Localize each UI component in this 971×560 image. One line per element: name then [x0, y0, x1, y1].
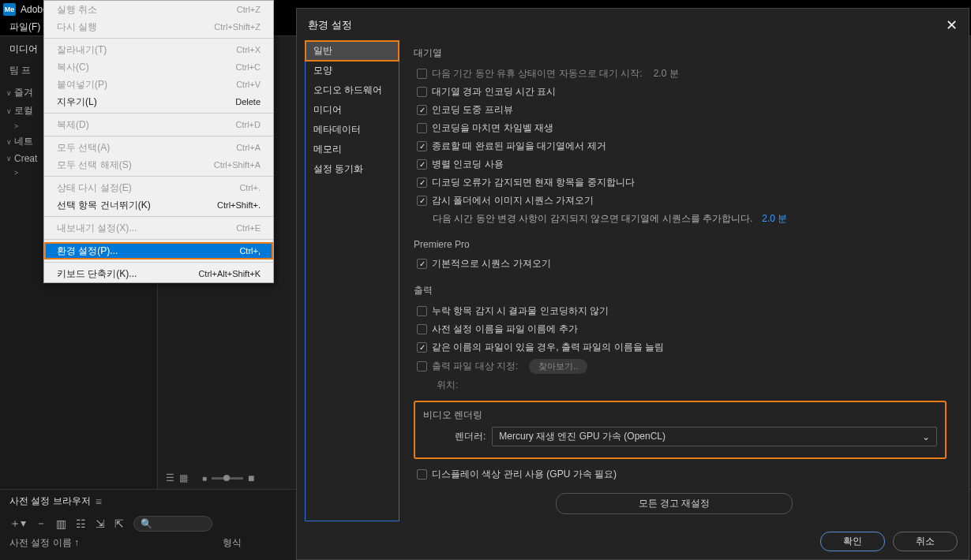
- setting-label: 누락 항목 감지 시 결과물 인코딩하지 않기: [432, 304, 609, 318]
- category-item[interactable]: 모양: [306, 61, 399, 80]
- setting-row: 다음 기간 동안 유휴 상태이면 자동으로 대기 시작:2.0 분: [414, 65, 947, 83]
- menu-item: 복제(D)Ctrl+D: [44, 116, 273, 133]
- menu-item-shortcut: Ctrl+A: [236, 143, 261, 152]
- category-item[interactable]: 미디어: [306, 100, 399, 120]
- checkbox[interactable]: [417, 259, 427, 269]
- search-icon: 🔍: [141, 518, 152, 529]
- menu-item: 상태 다시 설정(E)Ctrl+.: [44, 179, 273, 196]
- renderer-value: Mercury 재생 엔진 GPU 가속 (OpenCL): [499, 430, 665, 443]
- section-video-rendering: 비디오 렌더링 렌더러: Mercury 재생 엔진 GPU 가속 (OpenC…: [414, 401, 947, 459]
- setting-label: 출력 파일 대상 지정:: [432, 360, 518, 373]
- browse-button[interactable]: 찾아보기..: [529, 359, 587, 374]
- display-color-label: 디스플레이 색상 관리 사용 (GPU 가속 필요): [432, 468, 617, 481]
- tree-label: 즐겨: [14, 86, 33, 99]
- category-item[interactable]: 오디오 하드웨어: [306, 80, 399, 100]
- checkbox[interactable]: [417, 69, 427, 79]
- close-icon[interactable]: ✕: [946, 17, 958, 34]
- column-format[interactable]: 형식: [223, 536, 242, 550]
- list-view-icon[interactable]: ☰: [166, 472, 174, 483]
- setting-label: 병렬 인코딩 사용: [432, 158, 504, 171]
- renderer-label: 렌더러:: [455, 430, 486, 443]
- menu-item-label: 복제(D): [57, 118, 89, 132]
- checkbox[interactable]: [417, 123, 427, 133]
- menu-item[interactable]: 지우기(L)Delete: [44, 93, 273, 110]
- remove-preset-icon[interactable]: －: [36, 517, 47, 531]
- menu-item-label: 선택 항목 건너뛰기(K): [57, 199, 151, 212]
- setting-row: 사전 설정 이름을 파일 이름에 추가: [414, 320, 947, 338]
- output-location-label: 위치:: [437, 379, 458, 392]
- renderer-select[interactable]: Mercury 재생 엔진 GPU 가속 (OpenCL) ⌄: [492, 427, 937, 446]
- menu-item-shortcut: Ctrl+X: [236, 45, 261, 54]
- menu-file[interactable]: 파일(F): [3, 19, 47, 35]
- menu-item[interactable]: 키보드 단축키(K)...Ctrl+Alt+Shift+K: [44, 265, 273, 282]
- checkbox[interactable]: [417, 306, 427, 316]
- section-premiere-title: Premiere Pro: [414, 239, 947, 250]
- zoom-in-icon[interactable]: ■: [248, 472, 254, 484]
- tree-label: 네트: [14, 135, 33, 148]
- category-item[interactable]: 일반: [306, 41, 399, 61]
- setting-label: 사전 설정 이름을 파일 이름에 추가: [432, 323, 578, 336]
- tree-label: Creat: [14, 153, 37, 164]
- checkbox-display-color[interactable]: [417, 469, 427, 480]
- setting-row: 인코딩을 마치면 차임벨 재생: [414, 119, 947, 137]
- queue-sub-value[interactable]: 2.0 분: [762, 212, 787, 226]
- menu-item-shortcut: Ctrl+V: [236, 80, 261, 89]
- category-item[interactable]: 설정 동기화: [306, 159, 399, 179]
- category-item[interactable]: 메모리: [306, 140, 399, 159]
- ok-button[interactable]: 확인: [820, 532, 885, 551]
- checkbox[interactable]: [417, 324, 427, 334]
- zoom-out-icon[interactable]: ■: [202, 474, 207, 483]
- preferences-dialog: 환경 설정 ✕ 일반모양오디오 하드웨어미디어메타데이터메모리설정 동기화 대기…: [296, 8, 969, 560]
- cancel-button[interactable]: 취소: [893, 532, 958, 551]
- setting-row: 대기열 경과 인코딩 시간 표시: [414, 83, 947, 101]
- menu-item-label: 실행 취소: [57, 3, 97, 17]
- duplicate-icon[interactable]: ▥: [56, 517, 66, 530]
- section-video-title: 비디오 렌더링: [423, 409, 937, 422]
- menu-item-shortcut: Ctrl+D: [236, 120, 261, 129]
- chevron-down-icon: ⌄: [922, 431, 930, 442]
- menu-item-shortcut: Ctrl+C: [236, 62, 261, 72]
- caret-icon: ∨: [6, 89, 14, 97]
- import-icon[interactable]: ⇲: [96, 517, 105, 530]
- checkbox[interactable]: [417, 87, 427, 97]
- caret-icon: >: [14, 169, 22, 177]
- app-icon: Me: [3, 3, 16, 16]
- caret-icon: ∨: [6, 138, 14, 146]
- export-icon[interactable]: ⇱: [114, 517, 124, 530]
- category-item[interactable]: 메타데이터: [306, 120, 399, 140]
- setting-row: 병렬 인코딩 사용: [414, 155, 947, 174]
- menu-item-label: 키보드 단축키(K)...: [57, 267, 137, 281]
- menu-item: 붙여넣기(P)Ctrl+V: [44, 76, 273, 93]
- reset-warnings-button[interactable]: 모든 경고 재설정: [556, 493, 793, 514]
- preset-search[interactable]: 🔍: [133, 516, 212, 532]
- menu-item-shortcut: Ctrl+E: [236, 223, 261, 233]
- column-preset-name[interactable]: 사전 설정 이름 ↑: [9, 536, 223, 550]
- checkbox[interactable]: [417, 196, 427, 206]
- add-preset-icon[interactable]: ＋▾: [9, 517, 26, 531]
- setting-label: 대기열 경과 인코딩 시간 표시: [432, 85, 556, 99]
- panel-menu-icon[interactable]: [96, 495, 102, 508]
- checkbox[interactable]: [417, 141, 427, 151]
- menu-item-label: 모두 선택 해제(S): [57, 159, 132, 172]
- checkbox[interactable]: [417, 105, 427, 115]
- checkbox[interactable]: [417, 159, 427, 170]
- setting-value[interactable]: 2.0 분: [654, 67, 679, 80]
- menu-item[interactable]: 선택 항목 건너뛰기(K)Ctrl+Shift+.: [44, 196, 273, 214]
- settings-icon[interactable]: ☷: [76, 517, 86, 530]
- checkbox[interactable]: [417, 177, 427, 188]
- menu-item-shortcut: Ctrl+Alt+Shift+K: [198, 269, 261, 278]
- caret-icon: ∨: [6, 155, 14, 162]
- setting-row: 인코딩 도중 프리뷰: [414, 101, 947, 119]
- menu-item-label: 붙여넣기(P): [57, 78, 107, 91]
- thumb-view-icon[interactable]: ▦: [179, 472, 188, 483]
- menu-item-shortcut: Ctrl+.: [239, 183, 261, 192]
- checkbox[interactable]: [417, 342, 427, 353]
- menu-item: 실행 취소Ctrl+Z: [44, 1, 273, 18]
- tree-label: 로컬: [14, 104, 33, 118]
- menu-item-label: 환경 설정(P)...: [57, 245, 118, 258]
- checkbox[interactable]: [417, 361, 427, 371]
- menu-item[interactable]: 환경 설정(P)...Ctrl+,: [44, 242, 273, 259]
- setting-label: 감시 폴더에서 이미지 시퀀스 가져오기: [432, 194, 594, 207]
- menu-item-shortcut: Ctrl+Shift+A: [214, 160, 261, 170]
- thumbnail-slider[interactable]: [212, 477, 243, 480]
